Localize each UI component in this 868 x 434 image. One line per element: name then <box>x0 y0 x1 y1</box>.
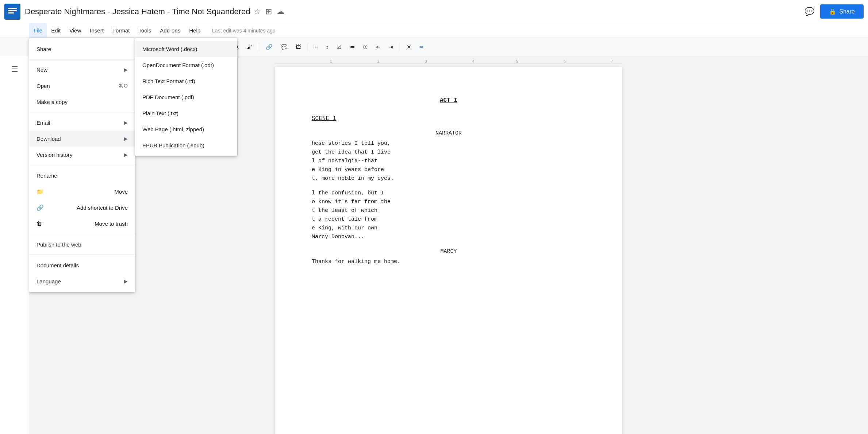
share-lock-icon: 🔒 <box>829 8 836 15</box>
download-arrow-icon: ▶ <box>124 136 128 142</box>
menu-item-help[interactable]: Help <box>185 23 205 38</box>
menu-item-view[interactable]: View <box>65 23 85 38</box>
menu-item-edit[interactable]: Edit <box>47 23 65 38</box>
download-rtf[interactable]: Rich Text Format (.rtf) <box>135 73 237 89</box>
move-label: Move <box>114 189 128 195</box>
doc-scene: SCENE 1 <box>312 114 585 124</box>
ruler-mark-5: 5 <box>516 59 518 63</box>
download-docx-label: Microsoft Word (.docx) <box>142 46 197 52</box>
doc-page[interactable]: ACT I SCENE 1 NARRATOR hese stories I te… <box>275 67 622 434</box>
share-button-label: Share <box>839 8 855 15</box>
file-menu-publish[interactable]: Publish to the web <box>29 236 135 252</box>
drive-icon[interactable]: ⊞ <box>265 7 272 16</box>
email-arrow-icon: ▶ <box>124 120 128 125</box>
make-copy-label: Make a copy <box>37 99 68 105</box>
file-menu-share[interactable]: Share <box>29 41 135 57</box>
download-html-label: Web Page (.html, zipped) <box>142 126 204 132</box>
link-button[interactable]: 🔗 <box>263 40 276 54</box>
app-icon <box>4 4 20 20</box>
download-label: Download <box>37 136 61 142</box>
menu-item-addons[interactable]: Add-ons <box>155 23 185 38</box>
file-menu-divider-2 <box>29 112 135 112</box>
pen-button[interactable]: ✏ <box>416 40 427 54</box>
publish-label: Publish to the web <box>37 241 81 248</box>
file-menu-move-trash[interactable]: 🗑 Move to trash <box>29 216 135 232</box>
menu-bar: File Edit View Insert Format Tools Add-o… <box>0 23 868 38</box>
doc-title-area: Desperate Nightmares - Jessica Hatem - T… <box>25 7 804 16</box>
star-icon[interactable]: ☆ <box>254 7 261 16</box>
file-menu-doc-details[interactable]: Document details <box>29 257 135 273</box>
file-menu-add-shortcut[interactable]: 🔗 Add shortcut to Drive <box>29 199 135 216</box>
menu-item-insert[interactable]: Insert <box>85 23 108 38</box>
outline-icon[interactable]: ☰ <box>6 61 23 78</box>
doc-details-label: Document details <box>37 262 79 268</box>
download-odt[interactable]: OpenDocument Format (.odt) <box>135 57 237 73</box>
svg-rect-3 <box>8 12 14 13</box>
move-trash-icon: 🗑 <box>37 220 42 227</box>
download-txt-label: Plain Text (.txt) <box>142 110 178 116</box>
file-menu-version-history[interactable]: Version history ▶ <box>29 147 135 163</box>
move-icon: 📁 <box>37 188 44 195</box>
download-odt-label: OpenDocument Format (.odt) <box>142 62 214 68</box>
open-shortcut: ⌘O <box>119 83 128 89</box>
image-button[interactable]: 🖼 <box>293 40 304 54</box>
share-button[interactable]: 🔒 Share <box>820 4 864 19</box>
line-spacing-button[interactable]: ↕ <box>323 40 332 54</box>
download-pdf[interactable]: PDF Document (.pdf) <box>135 89 237 105</box>
align-button[interactable]: ≡ <box>312 40 321 54</box>
file-menu-make-copy[interactable]: Make a copy <box>29 94 135 110</box>
narrator-dialogue-2: l the confusion, but I o know it's far f… <box>312 189 585 241</box>
open-label: Open <box>37 83 50 89</box>
download-docx[interactable]: Microsoft Word (.docx) <box>135 41 237 57</box>
bullet-list-button[interactable]: ≔ <box>346 40 358 54</box>
ruler-mark-7: 7 <box>611 59 613 63</box>
file-menu-rename[interactable]: Rename <box>29 167 135 183</box>
file-menu-language[interactable]: Language ▶ <box>29 273 135 289</box>
last-edit-text: Last edit was 4 minutes ago <box>212 28 276 34</box>
checklist-button[interactable]: ☑ <box>334 40 344 54</box>
menu-item-tools[interactable]: Tools <box>134 23 155 38</box>
marcy-speaker: MARCY <box>312 247 585 256</box>
numbered-list-button[interactable]: ① <box>360 40 370 54</box>
top-bar: Desperate Nightmares - Jessica Hatem - T… <box>0 0 868 23</box>
highlight-button[interactable]: 🖌 <box>244 40 255 54</box>
marcy-dialogue: Thanks for walking me home. <box>312 257 585 266</box>
version-history-arrow-icon: ▶ <box>124 152 128 158</box>
download-html[interactable]: Web Page (.html, zipped) <box>135 121 237 137</box>
file-menu-open[interactable]: Open ⌘O <box>29 78 135 94</box>
ruler-mark-2: 2 <box>377 59 380 63</box>
ruler-mark-1: 1 <box>330 59 332 63</box>
menu-item-file[interactable]: File <box>29 23 47 38</box>
indent-increase-button[interactable]: ⇥ <box>385 40 396 54</box>
new-label: New <box>37 67 47 73</box>
svg-rect-0 <box>4 4 20 20</box>
doc-act: ACT I <box>312 96 585 105</box>
file-menu-email[interactable]: Email ▶ <box>29 115 135 131</box>
download-epub[interactable]: EPUB Publication (.epub) <box>135 137 237 153</box>
move-trash-label: Move to trash <box>95 221 128 227</box>
svg-rect-2 <box>8 10 17 11</box>
top-bar-right: 💬 🔒 Share <box>804 4 864 19</box>
cloud-icon[interactable]: ☁ <box>276 7 284 16</box>
menu-item-format[interactable]: Format <box>108 23 134 38</box>
toolbar-sep-7 <box>400 43 400 51</box>
file-menu-new[interactable]: New ▶ <box>29 62 135 78</box>
download-submenu: Microsoft Word (.docx) OpenDocument Form… <box>135 38 237 156</box>
narrator-speaker: NARRATOR <box>312 129 585 138</box>
comments-button[interactable]: 💬 <box>804 7 814 16</box>
share-label: Share <box>37 46 51 52</box>
comment-button[interactable]: 💬 <box>278 40 291 54</box>
left-sidebar: ☰ <box>0 56 29 434</box>
doc-title: Desperate Nightmares - Jessica Hatem - T… <box>25 7 804 16</box>
download-txt[interactable]: Plain Text (.txt) <box>135 105 237 121</box>
svg-rect-1 <box>8 8 17 9</box>
email-label: Email <box>37 120 50 126</box>
indent-decrease-button[interactable]: ⇤ <box>373 40 383 54</box>
file-menu-move[interactable]: 📁 Move <box>29 183 135 199</box>
clear-formatting-button[interactable]: ✕ <box>404 40 414 54</box>
file-menu-divider-4 <box>29 234 135 234</box>
ruler-mark-4: 4 <box>472 59 475 63</box>
file-menu-dropdown: Share New ▶ Open ⌘O Make a copy Email ▶ … <box>29 38 135 292</box>
file-menu-download[interactable]: Download ▶ <box>29 131 135 147</box>
ruler: 1 2 3 4 5 6 7 <box>275 63 622 64</box>
